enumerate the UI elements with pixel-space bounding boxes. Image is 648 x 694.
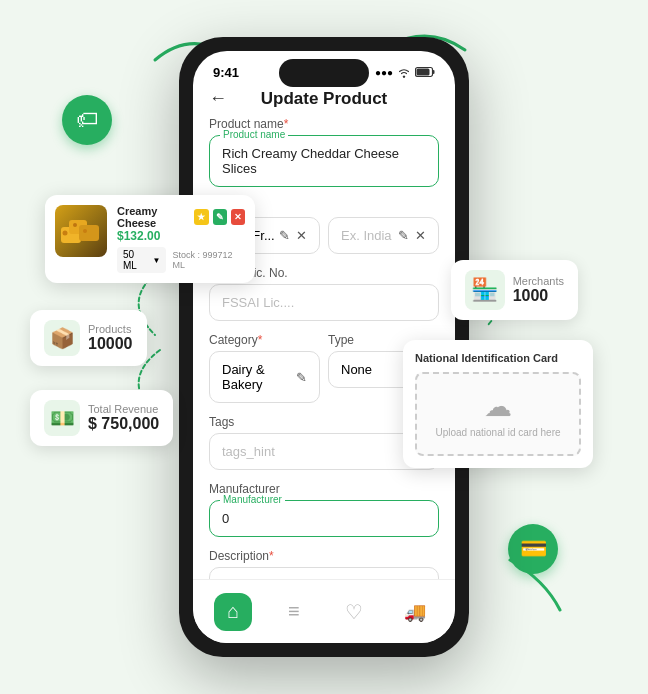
svg-rect-7 (417, 68, 430, 75)
national-id-upload-area[interactable]: ☁ Upload national id card here (415, 372, 581, 456)
card-icon: 💳 (520, 536, 547, 562)
type-value: None (341, 362, 372, 377)
product-name-input[interactable]: Product name Rich Creamy Cheddar Cheese … (209, 135, 439, 187)
category-edit-icon[interactable]: ✎ (296, 370, 307, 385)
manufacturer-input[interactable]: Manufacturer 0 (209, 500, 439, 537)
wifi-icon (397, 66, 411, 80)
nav-heart[interactable]: ♡ (335, 593, 373, 631)
nav-home[interactable]: ⌂ (214, 593, 252, 631)
revenue-icon: 💵 (44, 400, 80, 436)
signal-icon: ●●● (375, 67, 393, 78)
product-float-stock: Stock : 999712 ML (172, 250, 245, 270)
national-id-card: National Identification Card ☁ Upload na… (403, 340, 593, 468)
revenue-card: 💵 Total Revenue $ 750,000 (30, 390, 173, 446)
truck-icon[interactable]: 🚚 (396, 593, 434, 631)
home-icon[interactable]: ⌂ (214, 593, 252, 631)
badge-star: ★ (194, 209, 208, 225)
manufacturer-input-wrapper: Manufacturer 0 (209, 500, 439, 537)
page-title: Update Product (261, 89, 388, 109)
category-input[interactable]: Dairy & Bakery ✎ (209, 351, 320, 403)
svg-point-5 (73, 223, 77, 227)
country-close-icon[interactable]: ✕ (415, 228, 426, 243)
fssai-input[interactable]: FSSAI Lic.... (209, 284, 439, 321)
national-id-title: National Identification Card (415, 352, 581, 364)
merchants-label: Merchants (513, 275, 564, 287)
country-input[interactable]: Ex. India ✎ ✕ (328, 217, 439, 254)
products-icon: 📦 (44, 320, 80, 356)
product-float-qty: 50 ML ▼ (117, 247, 166, 273)
revenue-label: Total Revenue (88, 403, 159, 415)
manufacturer-value: 0 (222, 511, 229, 526)
upload-cloud-icon: ☁ (427, 390, 569, 423)
product-name-input-wrapper: Product name Rich Creamy Cheddar Cheese … (209, 135, 439, 187)
card-icon-circle: 💳 (508, 524, 558, 574)
battery-icon (415, 66, 435, 80)
category-value: Dairy & Bakery (222, 362, 296, 392)
manufacturer-floating-label: Manufacturer (220, 494, 285, 505)
list-icon[interactable]: ≡ (275, 593, 313, 631)
svg-point-3 (63, 231, 68, 236)
tag-icon-circle: 🏷 (62, 95, 112, 145)
fssai-placeholder: FSSAI Lic.... (222, 295, 294, 310)
dynamic-island (279, 59, 369, 87)
product-name-field: Product name* Product name Rich Creamy C… (209, 117, 439, 187)
product-image (55, 205, 107, 257)
badge-delete: ✕ (231, 209, 245, 225)
heart-icon[interactable]: ♡ (335, 593, 373, 631)
svg-rect-2 (79, 225, 99, 241)
products-label: Products (88, 323, 133, 335)
upload-text: Upload national id card here (427, 427, 569, 438)
country-field: Ex. India ✎ ✕ (328, 199, 439, 254)
manufacturer-field: Manufacturer Manufacturer 0 (209, 482, 439, 537)
product-name-floating-label: Product name (220, 129, 288, 140)
brand-edit-icon[interactable]: ✎ (279, 228, 290, 243)
product-float-card: Creamy Cheese ★ ✎ ✕ $132.00 50 ML ▼ Stoc… (45, 195, 255, 283)
country-edit-icon[interactable]: ✎ (398, 228, 409, 243)
back-button[interactable]: ← (209, 88, 227, 109)
merchants-value: 1000 (513, 287, 564, 305)
svg-rect-8 (433, 70, 435, 74)
badge-edit: ✎ (213, 209, 227, 225)
product-name-value: Rich Creamy Cheddar Cheese Slices (222, 146, 399, 176)
app-header: ← Update Product (193, 84, 455, 117)
tag-icon: 🏷 (76, 107, 98, 133)
revenue-value: $ 750,000 (88, 415, 159, 433)
product-float-price: $132.00 (117, 229, 245, 243)
tags-placeholder: tags_hint (222, 444, 275, 459)
description-label: Description* (209, 549, 439, 563)
nav-list[interactable]: ≡ (275, 593, 313, 631)
category-label: Category* (209, 333, 320, 347)
bottom-nav: ⌂ ≡ ♡ 🚚 (193, 579, 455, 643)
products-value: 10000 (88, 335, 133, 353)
merchants-icon: 🏪 (465, 270, 505, 310)
nav-delivery[interactable]: 🚚 (396, 593, 434, 631)
country-placeholder: Ex. India (341, 228, 392, 243)
svg-point-4 (83, 229, 87, 233)
products-card: 📦 Products 10000 (30, 310, 147, 366)
product-float-name: Creamy Cheese (117, 205, 190, 229)
merchants-card: 🏪 Merchants 1000 (451, 260, 578, 320)
product-float-info: Creamy Cheese ★ ✎ ✕ $132.00 50 ML ▼ Stoc… (117, 205, 245, 273)
status-icons: ●●● (375, 66, 435, 80)
brand-close-icon[interactable]: ✕ (296, 228, 307, 243)
category-field: Category* Dairy & Bakery ✎ (209, 333, 320, 403)
status-time: 9:41 (213, 65, 239, 80)
